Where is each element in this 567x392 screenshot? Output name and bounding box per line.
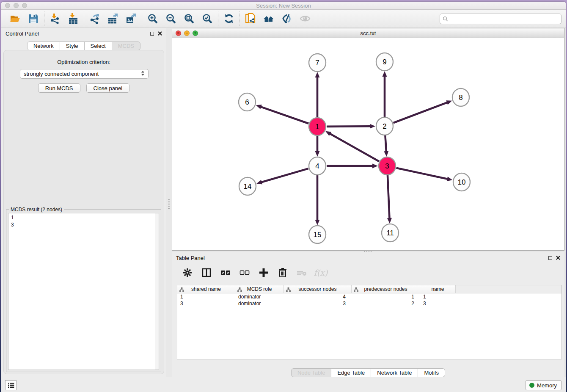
refresh-icon[interactable] [223, 12, 235, 25]
network-window-titlebar[interactable]: × − + scc.txt [172, 28, 564, 38]
result-scrollbar[interactable] [155, 213, 159, 370]
table-cell[interactable]: 2 [352, 300, 420, 307]
graph-node-1[interactable]: 1 [309, 118, 326, 135]
delete-column-icon[interactable] [276, 266, 289, 279]
table-cell[interactable]: 1 [420, 293, 456, 300]
unselect-all-columns-icon[interactable] [238, 266, 251, 279]
list-icon [8, 382, 14, 388]
search-field[interactable] [440, 14, 561, 24]
table-tab-node-table[interactable]: Node Table [291, 368, 332, 377]
graph-node-9[interactable]: 9 [376, 53, 393, 71]
graph-edge-1-4[interactable] [315, 136, 320, 157]
graph-edge-4-3[interactable] [327, 164, 378, 168]
table-cell[interactable]: dominator [235, 300, 284, 307]
svg-text:11: 11 [386, 229, 394, 237]
show-style-icon[interactable] [281, 12, 293, 25]
table-panel: Table Panel f(x) shared nameMCDS rolesuc… [172, 252, 564, 377]
export-network-icon[interactable] [88, 12, 101, 25]
graph-edge-1-2[interactable] [327, 124, 375, 129]
mcds-result-line: 1 [11, 214, 159, 221]
function-builder-icon: f(x) [314, 266, 327, 279]
close-panel-button[interactable]: Close panel [86, 83, 130, 93]
tab-select[interactable]: Select [85, 41, 112, 50]
tab-style[interactable]: Style [60, 41, 85, 50]
svg-text:4: 4 [315, 162, 319, 170]
table-tab-motifs[interactable]: Motifs [418, 368, 445, 377]
graph-node-7[interactable]: 7 [309, 54, 326, 72]
select-all-columns-icon[interactable] [219, 266, 232, 279]
mcds-result-text[interactable]: 13 [8, 213, 159, 370]
network-canvas[interactable]: 7968124314101511 [172, 39, 564, 250]
column-header-predecessor-nodes[interactable]: predecessor nodes [352, 285, 420, 293]
float-panel-icon[interactable] [150, 32, 154, 36]
graph-node-6[interactable]: 6 [239, 93, 256, 111]
graph-edge-1-7[interactable] [315, 72, 320, 117]
save-session-icon[interactable] [27, 12, 40, 25]
split-columns-icon[interactable] [200, 266, 213, 279]
search-input[interactable] [450, 16, 559, 22]
table-toolbar: f(x) [177, 264, 559, 281]
table-cell[interactable]: 3 [420, 300, 456, 307]
table-cell[interactable]: dominator [235, 293, 284, 300]
graph-edge-2-8[interactable] [394, 100, 452, 123]
chevron-up-down-icon [141, 70, 145, 77]
tab-mcds[interactable]: MCDS [112, 41, 140, 50]
graph-edge-4-14[interactable] [256, 168, 308, 184]
table-cell[interactable]: 1 [352, 293, 420, 300]
graph-node-11[interactable]: 11 [382, 224, 399, 242]
table-row[interactable]: 3dominator323 [177, 300, 561, 307]
svg-text:7: 7 [315, 59, 319, 67]
workspace: Control Panel NetworkStyleSelectMCDS Opt… [1, 28, 566, 377]
mcds-result-line: 3 [11, 221, 159, 229]
new-network-from-selection-icon[interactable] [244, 12, 257, 25]
graph-node-10[interactable]: 10 [453, 173, 470, 191]
open-session-icon[interactable] [9, 12, 22, 25]
graph-edge-4-15[interactable] [315, 175, 320, 225]
zoom-selected-icon[interactable] [201, 12, 214, 25]
vertical-split-divider[interactable] [166, 28, 172, 377]
table-row[interactable]: 1dominator411 [177, 293, 561, 300]
svg-text:3: 3 [385, 162, 389, 170]
table-tab-network-table[interactable]: Network Table [371, 368, 418, 377]
column-header-successor-nodes[interactable]: successor nodes [284, 285, 352, 293]
gear-icon[interactable] [181, 266, 194, 279]
first-neighbors-icon[interactable] [262, 12, 275, 25]
import-table-icon[interactable] [67, 12, 80, 25]
table-cell[interactable]: 1 [177, 293, 235, 300]
zoom-fit-icon[interactable] [183, 12, 195, 25]
graph-node-8[interactable]: 8 [452, 88, 469, 106]
export-table-icon[interactable] [107, 12, 119, 25]
graph-edge-3-1[interactable] [325, 131, 379, 161]
delete-table-icon [295, 266, 308, 279]
graph-node-2[interactable]: 2 [376, 117, 393, 135]
column-header-name[interactable]: name [420, 285, 456, 293]
import-network-icon[interactable] [49, 12, 61, 25]
graph-edge-2-3[interactable] [384, 135, 388, 157]
graph-node-14[interactable]: 14 [239, 177, 256, 195]
zoom-out-icon[interactable] [165, 12, 177, 25]
graph-node-3[interactable]: 3 [379, 157, 396, 175]
close-table-panel-icon[interactable] [556, 256, 560, 260]
column-header-MCDS-role[interactable]: MCDS role [235, 285, 284, 293]
table-cell[interactable]: 3 [177, 300, 235, 307]
column-header-shared-name[interactable]: shared name [177, 285, 235, 293]
task-history-button[interactable] [5, 380, 17, 390]
graph-node-15[interactable]: 15 [309, 226, 326, 243]
graph-edge-2-9[interactable] [383, 71, 387, 117]
tab-network[interactable]: Network [27, 41, 60, 50]
run-mcds-button[interactable]: Run MCDS [38, 83, 80, 93]
table-cell[interactable]: 3 [284, 300, 352, 307]
add-column-icon[interactable] [257, 266, 270, 279]
memory-button[interactable]: Memory [526, 380, 561, 390]
table-tab-edge-table[interactable]: Edge Table [331, 368, 371, 377]
float-table-panel-icon[interactable] [548, 256, 552, 260]
graph-edge-3-11[interactable] [387, 175, 392, 224]
criterion-dropdown[interactable]: strongly connected component [20, 69, 149, 79]
graph-edge-3-10[interactable] [396, 168, 453, 181]
graph-edge-1-6[interactable] [256, 105, 308, 123]
close-panel-icon[interactable] [158, 31, 162, 36]
table-cell[interactable]: 4 [284, 293, 352, 300]
graph-node-4[interactable]: 4 [309, 157, 326, 175]
export-image-icon[interactable] [125, 12, 138, 25]
zoom-in-icon[interactable] [146, 12, 159, 25]
